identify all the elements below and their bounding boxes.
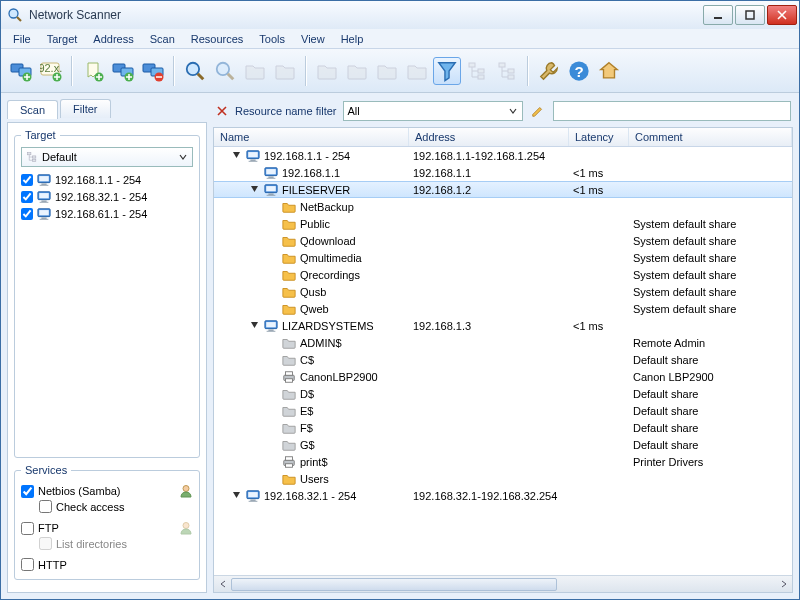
row-comment: System default share [633,252,792,264]
row-comment: Canon LBP2900 [633,371,792,383]
range-checkbox[interactable] [21,208,33,220]
expander-open-icon[interactable] [232,490,244,502]
tree-row[interactable]: 192.168.32.1 - 254 192.168.32.1-192.168.… [214,487,792,504]
menu-view[interactable]: View [293,31,333,47]
folder-1-button[interactable] [241,57,269,85]
col-address[interactable]: Address [409,128,569,146]
tree-row[interactable]: 192.168.1.1 - 254 192.168.1.1-192.168.1.… [214,147,792,164]
row-name: Public [300,218,330,230]
folder-6-button[interactable] [403,57,431,85]
titlebar[interactable]: Network Scanner [1,1,799,29]
scroll-right-button[interactable] [775,577,792,592]
add-ip-button[interactable] [37,57,65,85]
tree-row[interactable]: ADMIN$ Remote Admin [214,334,792,351]
tree-row[interactable]: Qmultimedia System default share [214,249,792,266]
menu-address[interactable]: Address [85,31,141,47]
tree-1-button[interactable] [463,57,491,85]
row-name: FILESERVER [282,184,350,196]
col-comment[interactable]: Comment [629,128,792,146]
tree-row[interactable]: Public System default share [214,215,792,232]
filter-label: Resource name filter [235,105,337,117]
tree-row[interactable]: Qweb System default share [214,300,792,317]
tree-row[interactable]: Users [214,470,792,487]
folder-5-button[interactable] [373,57,401,85]
row-name: 192.168.1.1 - 254 [264,150,350,162]
close-filter-button[interactable] [215,104,229,118]
ftp-checkbox[interactable] [21,522,34,535]
range-row[interactable]: 192.168.32.1 - 254 [21,190,193,204]
tree-row[interactable]: F$ Default share [214,419,792,436]
folder-y-icon [282,217,296,231]
row-name: LIZARDSYSTEMS [282,320,374,332]
row-name: print$ [300,456,328,468]
folder-y-icon [282,251,296,265]
tree-row[interactable]: D$ Default share [214,385,792,402]
tree-row[interactable]: C$ Default share [214,351,792,368]
tab-scan[interactable]: Scan [7,100,58,119]
check-access-checkbox[interactable] [39,500,52,513]
edit-filter-button[interactable] [529,102,547,120]
range-checkbox[interactable] [21,174,33,186]
tree-row[interactable]: NetBackup [214,198,792,215]
menu-file[interactable]: File [5,31,39,47]
tree-row[interactable]: 192.168.1.1 192.168.1.1 <1 ms [214,164,792,181]
home-button[interactable] [595,57,623,85]
menu-resources[interactable]: Resources [183,31,252,47]
add-list-button[interactable] [79,57,107,85]
add-range-button[interactable] [109,57,137,85]
http-checkbox[interactable] [21,558,34,571]
row-latency: <1 ms [573,167,633,179]
tree-row[interactable]: Qrecordings System default share [214,266,792,283]
filter-combo[interactable]: All [343,101,523,121]
target-icon [26,151,38,163]
tree-row[interactable]: Qusb System default share [214,283,792,300]
start-scan-button[interactable] [181,57,209,85]
menu-target[interactable]: Target [39,31,86,47]
help-button[interactable] [565,57,593,85]
left-pane: Scan Filter Target Default 192.168.1.1 -… [7,99,207,593]
tree-row[interactable]: Qdownload System default share [214,232,792,249]
range-list: 192.168.1.1 - 254 192.168.32.1 - 254 192… [21,173,193,221]
range-checkbox[interactable] [21,191,33,203]
scroll-left-button[interactable] [214,577,231,592]
target-combo[interactable]: Default [21,147,193,167]
tree-row[interactable]: E$ Default share [214,402,792,419]
filter-button[interactable] [433,57,461,85]
settings-button[interactable] [535,57,563,85]
tree-row[interactable]: FILESERVER 192.168.1.2 <1 ms [214,181,792,198]
range-row[interactable]: 192.168.1.1 - 254 [21,173,193,187]
close-button[interactable] [767,5,797,25]
minimize-button[interactable] [703,5,733,25]
filter-input[interactable] [553,101,792,121]
tree-row[interactable]: G$ Default share [214,436,792,453]
scrollbar-thumb[interactable] [231,578,557,591]
add-monitors-button[interactable] [7,57,35,85]
range-row[interactable]: 192.168.61.1 - 254 [21,207,193,221]
tree-row[interactable]: print$ Printer Drivers [214,453,792,470]
folder-4-button[interactable] [343,57,371,85]
menu-tools[interactable]: Tools [251,31,293,47]
menu-help[interactable]: Help [333,31,372,47]
tree-row[interactable]: LIZARDSYSTEMS 192.168.1.3 <1 ms [214,317,792,334]
row-comment: System default share [633,235,792,247]
remove-range-button[interactable] [139,57,167,85]
col-name[interactable]: Name [214,128,409,146]
row-comment: System default share [633,269,792,281]
col-latency[interactable]: Latency [569,128,629,146]
h-scrollbar[interactable] [214,575,792,592]
monitor-icon [264,166,278,180]
tree-2-button[interactable] [493,57,521,85]
folder-3-button[interactable] [313,57,341,85]
expander-open-icon[interactable] [250,184,262,196]
netbios-checkbox[interactable] [21,485,34,498]
maximize-button[interactable] [735,5,765,25]
menu-scan[interactable]: Scan [142,31,183,47]
row-name: F$ [300,422,313,434]
tree-row[interactable]: CanonLBP2900 Canon LBP2900 [214,368,792,385]
folder-2-button[interactable] [271,57,299,85]
expander-open-icon[interactable] [250,320,262,332]
stop-scan-button[interactable] [211,57,239,85]
grid-body[interactable]: 192.168.1.1 - 254 192.168.1.1-192.168.1.… [214,147,792,575]
expander-open-icon[interactable] [232,150,244,162]
tab-filter[interactable]: Filter [60,99,110,118]
